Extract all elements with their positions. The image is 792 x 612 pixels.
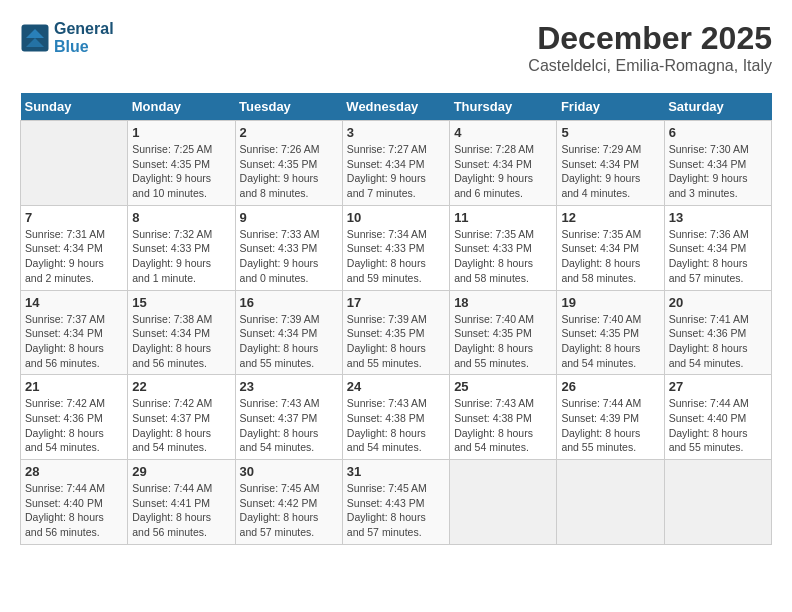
day-info: Sunrise: 7:44 AM Sunset: 4:40 PM Dayligh…: [25, 481, 123, 540]
calendar-cell: 11Sunrise: 7:35 AM Sunset: 4:33 PM Dayli…: [450, 205, 557, 290]
weekday-header-tuesday: Tuesday: [235, 93, 342, 121]
day-number: 9: [240, 210, 338, 225]
day-number: 5: [561, 125, 659, 140]
day-info: Sunrise: 7:38 AM Sunset: 4:34 PM Dayligh…: [132, 312, 230, 371]
day-number: 2: [240, 125, 338, 140]
calendar-cell: 28Sunrise: 7:44 AM Sunset: 4:40 PM Dayli…: [21, 460, 128, 545]
calendar-cell: 16Sunrise: 7:39 AM Sunset: 4:34 PM Dayli…: [235, 290, 342, 375]
calendar-cell: 20Sunrise: 7:41 AM Sunset: 4:36 PM Dayli…: [664, 290, 771, 375]
weekday-header-sunday: Sunday: [21, 93, 128, 121]
day-number: 30: [240, 464, 338, 479]
calendar-cell: 2Sunrise: 7:26 AM Sunset: 4:35 PM Daylig…: [235, 121, 342, 206]
day-number: 6: [669, 125, 767, 140]
calendar-cell: 9Sunrise: 7:33 AM Sunset: 4:33 PM Daylig…: [235, 205, 342, 290]
day-info: Sunrise: 7:27 AM Sunset: 4:34 PM Dayligh…: [347, 142, 445, 201]
day-number: 19: [561, 295, 659, 310]
calendar-cell: 31Sunrise: 7:45 AM Sunset: 4:43 PM Dayli…: [342, 460, 449, 545]
day-info: Sunrise: 7:26 AM Sunset: 4:35 PM Dayligh…: [240, 142, 338, 201]
calendar-cell: 1Sunrise: 7:25 AM Sunset: 4:35 PM Daylig…: [128, 121, 235, 206]
day-info: Sunrise: 7:44 AM Sunset: 4:40 PM Dayligh…: [669, 396, 767, 455]
day-info: Sunrise: 7:34 AM Sunset: 4:33 PM Dayligh…: [347, 227, 445, 286]
day-number: 27: [669, 379, 767, 394]
day-number: 17: [347, 295, 445, 310]
weekday-header-friday: Friday: [557, 93, 664, 121]
calendar-cell: 3Sunrise: 7:27 AM Sunset: 4:34 PM Daylig…: [342, 121, 449, 206]
calendar-week-row: 21Sunrise: 7:42 AM Sunset: 4:36 PM Dayli…: [21, 375, 772, 460]
day-number: 10: [347, 210, 445, 225]
calendar-cell: 14Sunrise: 7:37 AM Sunset: 4:34 PM Dayli…: [21, 290, 128, 375]
day-number: 4: [454, 125, 552, 140]
day-number: 15: [132, 295, 230, 310]
calendar-cell: 27Sunrise: 7:44 AM Sunset: 4:40 PM Dayli…: [664, 375, 771, 460]
day-number: 12: [561, 210, 659, 225]
day-info: Sunrise: 7:43 AM Sunset: 4:37 PM Dayligh…: [240, 396, 338, 455]
day-number: 13: [669, 210, 767, 225]
day-info: Sunrise: 7:43 AM Sunset: 4:38 PM Dayligh…: [454, 396, 552, 455]
day-number: 29: [132, 464, 230, 479]
day-info: Sunrise: 7:36 AM Sunset: 4:34 PM Dayligh…: [669, 227, 767, 286]
calendar-cell: [21, 121, 128, 206]
day-number: 20: [669, 295, 767, 310]
calendar-week-row: 28Sunrise: 7:44 AM Sunset: 4:40 PM Dayli…: [21, 460, 772, 545]
day-number: 31: [347, 464, 445, 479]
day-info: Sunrise: 7:35 AM Sunset: 4:33 PM Dayligh…: [454, 227, 552, 286]
day-info: Sunrise: 7:40 AM Sunset: 4:35 PM Dayligh…: [454, 312, 552, 371]
calendar-cell: 15Sunrise: 7:38 AM Sunset: 4:34 PM Dayli…: [128, 290, 235, 375]
calendar-cell: 24Sunrise: 7:43 AM Sunset: 4:38 PM Dayli…: [342, 375, 449, 460]
day-number: 8: [132, 210, 230, 225]
day-info: Sunrise: 7:25 AM Sunset: 4:35 PM Dayligh…: [132, 142, 230, 201]
calendar-cell: [450, 460, 557, 545]
day-info: Sunrise: 7:44 AM Sunset: 4:41 PM Dayligh…: [132, 481, 230, 540]
weekday-header-row: SundayMondayTuesdayWednesdayThursdayFrid…: [21, 93, 772, 121]
day-number: 16: [240, 295, 338, 310]
day-info: Sunrise: 7:28 AM Sunset: 4:34 PM Dayligh…: [454, 142, 552, 201]
day-info: Sunrise: 7:45 AM Sunset: 4:42 PM Dayligh…: [240, 481, 338, 540]
day-info: Sunrise: 7:33 AM Sunset: 4:33 PM Dayligh…: [240, 227, 338, 286]
day-info: Sunrise: 7:29 AM Sunset: 4:34 PM Dayligh…: [561, 142, 659, 201]
month-title: December 2025: [528, 20, 772, 57]
calendar-cell: 19Sunrise: 7:40 AM Sunset: 4:35 PM Dayli…: [557, 290, 664, 375]
day-info: Sunrise: 7:39 AM Sunset: 4:34 PM Dayligh…: [240, 312, 338, 371]
day-info: Sunrise: 7:37 AM Sunset: 4:34 PM Dayligh…: [25, 312, 123, 371]
day-number: 25: [454, 379, 552, 394]
day-info: Sunrise: 7:32 AM Sunset: 4:33 PM Dayligh…: [132, 227, 230, 286]
calendar-cell: [664, 460, 771, 545]
calendar-cell: 29Sunrise: 7:44 AM Sunset: 4:41 PM Dayli…: [128, 460, 235, 545]
day-info: Sunrise: 7:45 AM Sunset: 4:43 PM Dayligh…: [347, 481, 445, 540]
location-title: Casteldelci, Emilia-Romagna, Italy: [528, 57, 772, 75]
calendar-cell: 25Sunrise: 7:43 AM Sunset: 4:38 PM Dayli…: [450, 375, 557, 460]
day-info: Sunrise: 7:35 AM Sunset: 4:34 PM Dayligh…: [561, 227, 659, 286]
calendar-table: SundayMondayTuesdayWednesdayThursdayFrid…: [20, 93, 772, 545]
calendar-cell: 10Sunrise: 7:34 AM Sunset: 4:33 PM Dayli…: [342, 205, 449, 290]
day-info: Sunrise: 7:31 AM Sunset: 4:34 PM Dayligh…: [25, 227, 123, 286]
logo-text-line1: General: [54, 20, 114, 38]
day-number: 18: [454, 295, 552, 310]
calendar-week-row: 14Sunrise: 7:37 AM Sunset: 4:34 PM Dayli…: [21, 290, 772, 375]
calendar-cell: 30Sunrise: 7:45 AM Sunset: 4:42 PM Dayli…: [235, 460, 342, 545]
day-number: 3: [347, 125, 445, 140]
day-number: 7: [25, 210, 123, 225]
calendar-cell: 4Sunrise: 7:28 AM Sunset: 4:34 PM Daylig…: [450, 121, 557, 206]
weekday-header-monday: Monday: [128, 93, 235, 121]
day-number: 28: [25, 464, 123, 479]
calendar-cell: 5Sunrise: 7:29 AM Sunset: 4:34 PM Daylig…: [557, 121, 664, 206]
calendar-week-row: 1Sunrise: 7:25 AM Sunset: 4:35 PM Daylig…: [21, 121, 772, 206]
logo-text-line2: Blue: [54, 38, 114, 56]
calendar-cell: 7Sunrise: 7:31 AM Sunset: 4:34 PM Daylig…: [21, 205, 128, 290]
day-info: Sunrise: 7:41 AM Sunset: 4:36 PM Dayligh…: [669, 312, 767, 371]
day-number: 21: [25, 379, 123, 394]
day-number: 1: [132, 125, 230, 140]
calendar-cell: 23Sunrise: 7:43 AM Sunset: 4:37 PM Dayli…: [235, 375, 342, 460]
calendar-cell: 22Sunrise: 7:42 AM Sunset: 4:37 PM Dayli…: [128, 375, 235, 460]
day-number: 22: [132, 379, 230, 394]
logo: General Blue: [20, 20, 114, 55]
day-info: Sunrise: 7:39 AM Sunset: 4:35 PM Dayligh…: [347, 312, 445, 371]
day-info: Sunrise: 7:43 AM Sunset: 4:38 PM Dayligh…: [347, 396, 445, 455]
calendar-cell: 18Sunrise: 7:40 AM Sunset: 4:35 PM Dayli…: [450, 290, 557, 375]
calendar-cell: 12Sunrise: 7:35 AM Sunset: 4:34 PM Dayli…: [557, 205, 664, 290]
calendar-cell: 6Sunrise: 7:30 AM Sunset: 4:34 PM Daylig…: [664, 121, 771, 206]
day-number: 14: [25, 295, 123, 310]
logo-icon: [20, 23, 50, 53]
day-info: Sunrise: 7:42 AM Sunset: 4:36 PM Dayligh…: [25, 396, 123, 455]
title-section: December 2025 Casteldelci, Emilia-Romagn…: [528, 20, 772, 75]
